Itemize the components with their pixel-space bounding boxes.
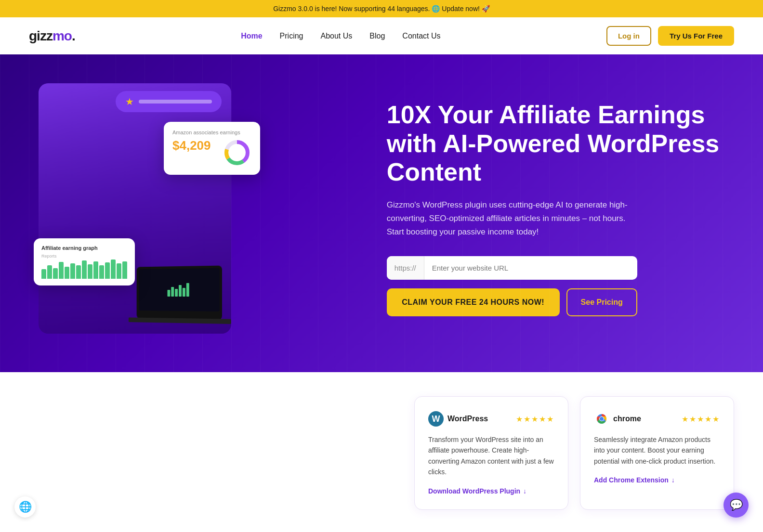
earnings-card-title: Amazon associates earnings <box>172 130 251 135</box>
chrome-brand: chrome <box>594 411 641 427</box>
download-icon: ↓ <box>523 487 526 495</box>
announcement-bar: Gizzmo 3.0.0 is here! Now supporting 44 … <box>0 0 763 17</box>
donut-chart <box>223 138 251 167</box>
bar <box>117 263 121 279</box>
cta-row: CLAIM YOUR FREE 24 HOURS NOW! See Pricin… <box>387 288 637 316</box>
url-prefix: https:// <box>387 256 424 280</box>
wordpress-feature-card: W WordPress ★★★★★ Transform your WordPre… <box>414 396 568 510</box>
nav-about[interactable]: About Us <box>321 32 353 40</box>
bar <box>65 267 69 279</box>
hero-headline: 10X Your Affiliate Earnings with AI-Powe… <box>387 101 734 187</box>
graph-card-title: Affiliate earning graph <box>41 245 127 251</box>
bar <box>122 261 127 279</box>
bar <box>76 265 81 279</box>
earnings-floating-card: Amazon associates earnings $4,209 <box>164 122 260 175</box>
chrome-link-label: Add Chrome Extension <box>594 476 669 484</box>
wordpress-card-header: W WordPress ★★★★★ <box>428 411 554 427</box>
bar <box>59 262 64 279</box>
accessibility-icon: 🌐 <box>19 501 32 513</box>
star-line-decoration <box>139 100 212 104</box>
nav-blog[interactable]: Blog <box>369 32 385 40</box>
laptop-visual <box>137 266 222 320</box>
nav-links: Home Pricing About Us Blog Contact Us <box>241 32 440 40</box>
hero-image-container: ★ Amazon associates earnings $4,209 <box>29 74 260 343</box>
nav-home[interactable]: Home <box>241 32 262 40</box>
bar <box>82 260 87 279</box>
download-icon: ↓ <box>671 476 675 484</box>
url-input[interactable] <box>424 256 637 280</box>
chrome-card-link[interactable]: Add Chrome Extension ↓ <box>594 476 720 484</box>
graph-floating-card: Affiliate earning graph Reports <box>34 238 135 285</box>
bar <box>105 262 110 279</box>
wordpress-card-text: Transform your WordPress site into an af… <box>428 434 554 478</box>
hero-section: ★ Amazon associates earnings $4,209 <box>0 54 763 372</box>
try-free-button[interactable]: Try Us For Free <box>658 26 734 46</box>
svg-point-7 <box>600 417 604 421</box>
nav-contact[interactable]: Contact Us <box>402 32 440 40</box>
claim-free-button[interactable]: CLAIM YOUR FREE 24 HOURS NOW! <box>387 288 560 316</box>
see-pricing-button[interactable]: See Pricing <box>566 288 637 316</box>
bar <box>70 263 75 279</box>
chrome-feature-card: chrome ★★★★★ Seamlessly integrate Amazon… <box>580 396 734 510</box>
nav-pricing[interactable]: Pricing <box>280 32 303 40</box>
chrome-card-header: chrome ★★★★★ <box>594 411 720 427</box>
wordpress-icon: W <box>428 411 444 427</box>
hero-text-column: 10X Your Affiliate Earnings with AI-Powe… <box>368 101 734 317</box>
url-input-row: https:// <box>387 256 637 280</box>
wordpress-link-label: Download WordPress Plugin <box>428 487 520 495</box>
chrome-brand-label: chrome <box>613 415 641 423</box>
bar <box>88 264 92 279</box>
earnings-amount: $4,209 <box>172 138 211 153</box>
wordpress-brand: W WordPress <box>428 411 488 427</box>
wordpress-brand-label: WordPress <box>447 415 488 423</box>
navigation: gizzmo. Home Pricing About Us Blog Conta… <box>0 17 763 54</box>
chrome-icon <box>594 411 609 427</box>
chrome-card-text: Seamlessly integrate Amazon products int… <box>594 434 720 467</box>
bar <box>47 265 52 279</box>
bar <box>93 261 98 279</box>
nav-actions: Log in Try Us For Free <box>606 26 734 46</box>
feature-cards-section: W WordPress ★★★★★ Transform your WordPre… <box>0 372 763 532</box>
wordpress-stars: ★★★★★ <box>516 415 554 424</box>
star-icon: ★ <box>125 96 134 107</box>
hero-description: Gizzmo's WordPress plugin uses cutting-e… <box>387 198 637 239</box>
bar <box>53 268 58 279</box>
bar-chart <box>41 261 127 279</box>
bar <box>41 269 46 279</box>
bar <box>111 260 116 279</box>
chrome-stars: ★★★★★ <box>682 415 720 424</box>
accessibility-button[interactable]: 🌐 <box>14 496 36 518</box>
chat-button[interactable]: 💬 <box>724 493 749 518</box>
hero-bg-card <box>39 83 231 334</box>
announcement-text: Gizzmo 3.0.0 is here! Now supporting 44 … <box>273 5 490 13</box>
bar <box>99 265 104 279</box>
wordpress-card-link[interactable]: Download WordPress Plugin ↓ <box>428 487 554 495</box>
star-floating-card: ★ <box>116 91 222 112</box>
chat-icon: 💬 <box>730 499 743 511</box>
login-button[interactable]: Log in <box>606 26 651 46</box>
logo[interactable]: gizzmo. <box>29 28 75 44</box>
hero-image-column: ★ Amazon associates earnings $4,209 <box>29 74 368 343</box>
